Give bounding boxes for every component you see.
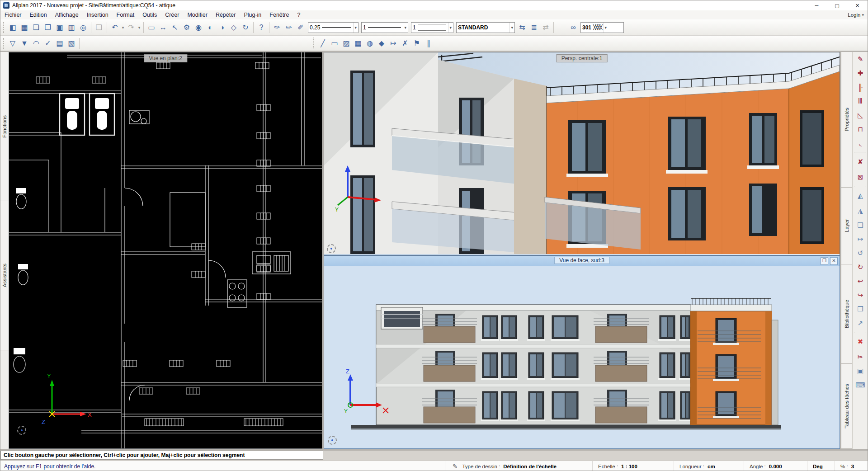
menu-edition[interactable]: Edition: [26, 11, 51, 19]
delete-dimension-icon[interactable]: ✗: [399, 38, 411, 49]
angle-field[interactable]: Angle : 0.000: [744, 461, 807, 471]
new-document-icon[interactable]: ❏: [30, 22, 42, 33]
flip-icon[interactable]: ↩: [854, 276, 866, 287]
polygon-icon[interactable]: ◆: [376, 38, 387, 49]
rotate-icon[interactable]: ↺: [854, 248, 866, 259]
drawing-type-field[interactable]: ✎ Type de dessin : Définition de l'échel…: [445, 461, 592, 471]
triangle-edit-icon[interactable]: ◺: [854, 110, 866, 121]
fillet-icon[interactable]: ◟: [854, 138, 866, 149]
stretch-icon[interactable]: ↗: [854, 318, 866, 329]
delete-segment-icon[interactable]: ⊠: [854, 172, 866, 183]
project-grid-icon[interactable]: ▦: [19, 22, 30, 33]
rectangle-icon[interactable]: ▭: [329, 38, 340, 49]
delete-icon[interactable]: ✖: [854, 332, 866, 349]
menu-insertion[interactable]: Insertion: [83, 11, 113, 19]
lasso-icon[interactable]: ◠: [30, 38, 42, 49]
measure-rotate-icon[interactable]: ↻: [240, 22, 251, 33]
filter-list-icon[interactable]: ▤: [54, 38, 66, 49]
edit-lines-icon[interactable]: Ⅲ: [854, 96, 866, 107]
copy-window-icon[interactable]: ❑: [93, 22, 105, 33]
measure-icon[interactable]: ▭: [146, 22, 157, 33]
help-icon[interactable]: ?: [255, 22, 267, 33]
menu-fichier[interactable]: Fichier: [0, 11, 26, 19]
dimension-icon[interactable]: ↦: [387, 38, 399, 49]
pen-width-dropdown[interactable]: 0.25 ▾: [308, 22, 359, 33]
view-cube-icon[interactable]: ◧: [7, 22, 19, 33]
viewport-plan[interactable]: Vue en plan:2: [9, 52, 322, 449]
line-icon[interactable]: ╱: [317, 38, 329, 49]
tools-icon[interactable]: ⚙: [181, 22, 193, 33]
copy-icon[interactable]: ❏: [854, 220, 866, 231]
hatch-icon[interactable]: ▨: [340, 38, 352, 49]
match-properties-icon[interactable]: ✑: [271, 22, 283, 33]
redo-icon[interactable]: ↷: [125, 22, 137, 33]
layer-select-icon[interactable]: ⇆: [516, 22, 528, 33]
delete-part-icon[interactable]: ✂: [854, 352, 866, 363]
tab-bibliotheque[interactable]: Bibliothèque: [841, 264, 852, 364]
window-view-icon[interactable]: ▣: [854, 366, 866, 377]
scale-field[interactable]: Echelle : 1 : 100: [592, 461, 674, 471]
menu-r-p-ter[interactable]: Répéter: [212, 11, 240, 19]
close-icon[interactable]: ✕: [847, 0, 868, 10]
resources-icon[interactable]: ▥: [66, 22, 77, 33]
filter-icon[interactable]: ▽: [7, 38, 19, 49]
layer-back-icon[interactable]: ⇄: [540, 22, 552, 33]
viewport-elevation-titlebar[interactable]: Vue de face, sud:3 ❐✕: [324, 256, 840, 266]
viewport-perspective[interactable]: Persp. centrale:1: [324, 52, 840, 255]
login-button[interactable]: Login ▾: [848, 12, 864, 18]
filter-remove-icon[interactable]: ▼: [19, 38, 30, 49]
3d-box-icon[interactable]: ◇: [228, 22, 240, 33]
hatch-toggle-icon[interactable]: ∞: [567, 22, 579, 33]
profile-icon[interactable]: ⊓: [854, 124, 866, 135]
viewport-elevation[interactable]: Vue de face, sud:3 ❐✕: [324, 255, 840, 449]
save-icon[interactable]: ▣: [54, 22, 66, 33]
pipette-icon[interactable]: ✐: [295, 22, 307, 33]
move-icon[interactable]: ↦: [854, 234, 866, 245]
menu-affichage[interactable]: Affichage: [51, 11, 83, 19]
fill-icon[interactable]: ◍: [364, 38, 376, 49]
undo-icon[interactable]: ↶: [109, 22, 121, 33]
show-hide-icon[interactable]: ◉: [193, 22, 204, 33]
mirror-copy-icon[interactable]: ◮: [854, 206, 866, 217]
flag-icon[interactable]: ⚑: [411, 38, 423, 49]
tab-fonctions[interactable]: Fonctions: [0, 52, 9, 201]
tab-tableau-des-taches[interactable]: Tableau des tâches: [841, 364, 852, 449]
angle-unit-field[interactable]: Deg: [807, 461, 835, 471]
chevron-down-icon[interactable]: ▾: [121, 22, 125, 33]
keyboard-icon[interactable]: ⌨: [854, 380, 866, 391]
tab-proprietes[interactable]: Propriétés: [841, 52, 852, 188]
view-file-icon[interactable]: ◐: [204, 22, 216, 33]
pattern-icon[interactable]: ▦: [352, 38, 364, 49]
layer-dropdown[interactable]: STANDARD ▾: [456, 22, 515, 33]
delete-between-icon[interactable]: ✘: [854, 152, 866, 169]
open-document-icon[interactable]: ❐: [42, 22, 54, 33]
move-point-icon[interactable]: ↖: [169, 22, 181, 33]
format-brush-icon[interactable]: ✏: [283, 22, 295, 33]
parallel-lines-icon[interactable]: ∥: [423, 38, 434, 49]
menu-cr-er[interactable]: Créer: [161, 11, 183, 19]
menu-help[interactable]: ?: [293, 11, 304, 19]
chevron-down-icon[interactable]: ▾: [137, 22, 142, 33]
layer-stack-icon[interactable]: ≣: [528, 22, 540, 33]
tab-layer[interactable]: Layer: [841, 188, 852, 264]
tab-assistants[interactable]: Assistants: [0, 201, 9, 350]
menu-plug-in[interactable]: Plug-in: [240, 11, 265, 19]
two-point-icon[interactable]: ╟: [854, 82, 866, 93]
menu-fen-tre[interactable]: Fenêtre: [265, 11, 293, 19]
percent-field[interactable]: % : 3: [835, 461, 868, 471]
close-icon[interactable]: ✕: [830, 257, 838, 265]
rotate-copy-icon[interactable]: ↻: [854, 262, 866, 273]
hatch-dropdown[interactable]: 301 ╳╳╳╳ ▾: [580, 22, 624, 33]
menu-format[interactable]: Format: [113, 11, 139, 19]
line-color-dropdown[interactable]: 1 ▾: [411, 22, 453, 33]
draw-pencil-icon[interactable]: ✎: [854, 54, 866, 65]
minimize-icon[interactable]: ─: [807, 0, 827, 10]
filter-brush-icon[interactable]: ▧: [66, 38, 77, 49]
zoom-window-icon[interactable]: ◎: [77, 22, 89, 33]
maximize-icon[interactable]: ▢: [827, 0, 847, 10]
copy-arc-icon[interactable]: ↪: [854, 290, 866, 301]
length-field[interactable]: Longueur : cm: [674, 461, 744, 471]
menu-modifier[interactable]: Modifier: [183, 11, 211, 19]
snap-point-icon[interactable]: ✚: [854, 68, 866, 79]
match-filter-icon[interactable]: ✓: [42, 38, 54, 49]
